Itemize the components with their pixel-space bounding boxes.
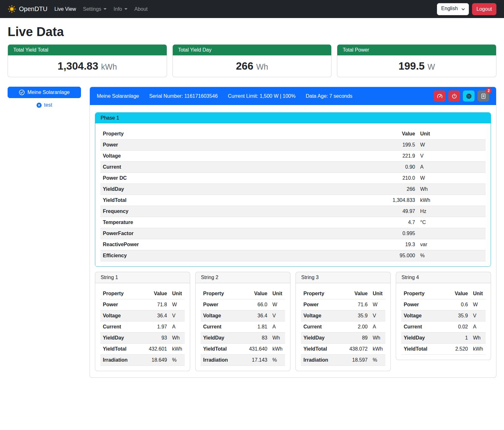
string-card: String 2 Property Value Unit Power 66.0 … xyxy=(195,272,290,371)
unit-cell: Wh xyxy=(370,333,385,344)
string-card: String 4 Property Value Unit Power 0.6 W… xyxy=(396,272,491,360)
main-nav: Live View Settings Info About xyxy=(52,4,152,15)
property-cell: Frequency xyxy=(100,206,290,217)
property-cell: Current xyxy=(201,321,240,333)
unit-cell: A xyxy=(270,321,285,333)
property-cell: Power xyxy=(401,299,444,310)
device-info-button[interactable] xyxy=(463,90,475,102)
summary-cards-row: Total Yield Total 1,304.83kWh Total Yiel… xyxy=(8,44,496,77)
unit-cell: A xyxy=(170,321,185,333)
sidebar-test-label: test xyxy=(44,102,52,108)
table-row: Voltage 221.9 V xyxy=(100,151,486,162)
strings-row: String 1 Property Value Unit Power 71.8 … xyxy=(95,272,491,371)
unit-cell: V xyxy=(418,151,486,162)
unit-cell: kWh xyxy=(418,195,486,206)
value-cell: 2.520 xyxy=(444,344,470,355)
column-header-unit: Unit xyxy=(418,128,486,140)
table-row: YieldTotal 438.072 kWh xyxy=(301,344,385,355)
table-row: Current 1.97 A xyxy=(100,321,185,333)
property-cell: Irradiation xyxy=(301,355,340,366)
summary-card: Total Power 199.5W xyxy=(337,44,496,77)
string-card-title: String 2 xyxy=(196,272,290,283)
property-cell: YieldDay xyxy=(100,184,290,195)
check-circle-icon xyxy=(19,90,25,95)
string-table: Property Value Unit Power 66.0 W Voltage… xyxy=(201,288,285,366)
inverter-panel-header: Meine Solaranlage Serial Number: 1161716… xyxy=(90,87,496,105)
value-cell: 0.995 xyxy=(290,228,418,239)
table-row: YieldDay 83 Wh xyxy=(201,333,285,344)
table-row: Irradiation 18.649 % xyxy=(100,355,185,366)
journal-icon xyxy=(481,93,486,99)
summary-card-title: Total Power xyxy=(337,45,496,55)
logout-button[interactable]: Logout xyxy=(472,3,496,15)
value-cell: 83 xyxy=(240,333,270,344)
property-cell: Voltage xyxy=(100,151,290,162)
value-cell: 431.640 xyxy=(240,344,270,355)
table-row: Frequency 49.97 Hz xyxy=(100,206,486,217)
unit-cell: kWh xyxy=(370,344,385,355)
sidebar-item-test[interactable]: test xyxy=(8,102,81,108)
table-row: Temperature 4.7 °C xyxy=(100,217,486,228)
nav-live-view[interactable]: Live View xyxy=(52,4,78,15)
unit-cell: V xyxy=(470,310,486,321)
property-cell: YieldTotal xyxy=(401,344,444,355)
table-header-row: Property Value Unit xyxy=(301,288,385,299)
nav-info[interactable]: Info xyxy=(111,4,130,15)
unit-cell: W xyxy=(270,299,285,310)
string-card-title: String 4 xyxy=(396,272,491,283)
table-row: Current 1.81 A xyxy=(201,321,285,333)
column-header-property: Property xyxy=(301,288,340,299)
value-cell: 1,304.833 xyxy=(290,195,418,206)
event-log-button[interactable]: 2 xyxy=(477,90,489,102)
page-title: Live Data xyxy=(8,25,496,39)
table-row: PowerFactor 0.995 xyxy=(100,228,486,239)
column-header-property: Property xyxy=(100,128,290,140)
unit-cell: A xyxy=(470,321,486,333)
table-header-row: Property Value Unit xyxy=(201,288,285,299)
table-row: YieldDay 1 Wh xyxy=(401,333,486,344)
brand-label: OpenDTU xyxy=(19,5,47,13)
event-count-badge: 2 xyxy=(486,88,492,94)
column-header-unit: Unit xyxy=(370,288,385,299)
value-cell: 36.4 xyxy=(139,310,170,321)
nav-about[interactable]: About xyxy=(132,4,150,15)
string-card-body: Property Value Unit Power 66.0 W Voltage… xyxy=(196,283,290,371)
table-row: YieldTotal 431.640 kWh xyxy=(201,344,285,355)
summary-value: 199.5 xyxy=(399,60,425,72)
property-cell: Current xyxy=(301,321,340,333)
column-header-value: Value xyxy=(290,128,418,140)
table-row: Current 0.02 A xyxy=(401,321,486,333)
sidebar-inverter-button[interactable]: Meine Solaranlage xyxy=(8,87,81,98)
column-header-value: Value xyxy=(139,288,170,299)
limit-settings-button[interactable] xyxy=(434,90,445,102)
brand[interactable]: OpenDTU xyxy=(8,5,47,13)
value-cell: 0.90 xyxy=(290,162,418,173)
column-header-value: Value xyxy=(340,288,370,299)
value-cell: 0.02 xyxy=(444,321,470,333)
language-select[interactable]: English xyxy=(437,3,469,15)
summary-card: Total Yield Total 1,304.83kWh xyxy=(8,44,167,77)
unit-cell: Wh xyxy=(418,184,486,195)
property-cell: Power xyxy=(301,299,340,310)
property-cell: Current xyxy=(100,321,139,333)
cpu-icon xyxy=(466,93,472,99)
unit-cell: V xyxy=(370,310,385,321)
column-header-value: Value xyxy=(240,288,270,299)
power-button[interactable] xyxy=(448,90,460,102)
unit-cell: kWh xyxy=(170,344,185,355)
summary-card-title: Total Yield Day xyxy=(173,45,332,55)
value-cell: 66.0 xyxy=(240,299,270,310)
property-cell: YieldDay xyxy=(201,333,240,344)
property-cell: Temperature xyxy=(100,217,290,228)
property-cell: Power xyxy=(100,299,139,310)
table-header-row: Property Value Unit xyxy=(100,128,486,140)
table-row: Power 199.5 W xyxy=(100,140,486,151)
unit-cell: °C xyxy=(418,217,486,228)
property-cell: YieldTotal xyxy=(301,344,340,355)
column-header-property: Property xyxy=(100,288,139,299)
property-cell: YieldDay xyxy=(401,333,444,344)
nav-settings[interactable]: Settings xyxy=(80,4,109,15)
power-icon xyxy=(451,93,457,99)
unit-cell: % xyxy=(170,355,185,366)
unit-cell: % xyxy=(418,250,486,261)
